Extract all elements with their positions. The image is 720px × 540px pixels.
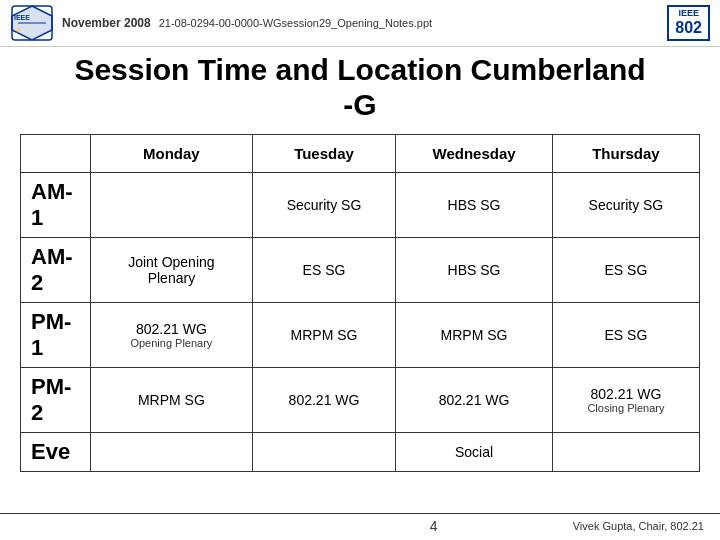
- cell-pm2-thursday: 802.21 WG Closing Plenary: [552, 367, 699, 432]
- footer-page-number: 4: [294, 518, 572, 534]
- table-row: PM-2 MRPM SG 802.21 WG 802.21 WG 802.21 …: [21, 367, 700, 432]
- footer: 4 Vivek Gupta, Chair, 802.21: [0, 513, 720, 534]
- cell-eve-monday: [91, 432, 253, 471]
- cell-am2-tuesday: ES SG: [252, 237, 395, 302]
- row-label-am2: AM-2: [21, 237, 91, 302]
- table-row: AM-1 Security SG HBS SG Security SG: [21, 172, 700, 237]
- cell-am1-tuesday: Security SG: [252, 172, 395, 237]
- cell-pm1-tuesday: MRPM SG: [252, 302, 395, 367]
- header-date: November 2008: [62, 16, 151, 30]
- row-label-am1: AM-1: [21, 172, 91, 237]
- cell-pm2-thursday-main: 802.21 WG: [561, 386, 691, 402]
- table-container: Monday Tuesday Wednesday Thursday AM-1 S…: [0, 126, 720, 472]
- cell-pm2-wednesday: 802.21 WG: [396, 367, 553, 432]
- header-right: IEEE 802: [667, 5, 710, 40]
- badge-number: 802: [675, 19, 702, 37]
- row-label-pm2: PM-2: [21, 367, 91, 432]
- row-label-eve: Eve: [21, 432, 91, 471]
- col-header-thursday: Thursday: [552, 134, 699, 172]
- cell-pm1-monday: 802.21 WG Opening Plenary: [91, 302, 253, 367]
- svg-text:IEEE: IEEE: [14, 14, 30, 21]
- cell-am2-thursday: ES SG: [552, 237, 699, 302]
- cell-am1-wednesday: HBS SG: [396, 172, 553, 237]
- subtitle: -G: [10, 88, 710, 122]
- header-left: IEEE ⚡ November 2008 21-08-0294-00-0000-…: [10, 4, 432, 42]
- cell-pm1-monday-sub: Opening Plenary: [99, 337, 244, 349]
- cell-pm1-monday-main: 802.21 WG: [99, 321, 244, 337]
- row-label-pm1: PM-1: [21, 302, 91, 367]
- col-header-wednesday: Wednesday: [396, 134, 553, 172]
- cell-pm2-tuesday: 802.21 WG: [252, 367, 395, 432]
- table-row: Eve Social: [21, 432, 700, 471]
- cell-pm1-thursday: ES SG: [552, 302, 699, 367]
- cell-am2-monday: Joint Opening Plenary: [91, 237, 253, 302]
- cell-eve-thursday: [552, 432, 699, 471]
- footer-credit: Vivek Gupta, Chair, 802.21: [573, 520, 704, 532]
- ieee-802-badge: IEEE 802: [667, 5, 710, 40]
- table-row: PM-1 802.21 WG Opening Plenary MRPM SG M…: [21, 302, 700, 367]
- cell-am1-thursday: Security SG: [552, 172, 699, 237]
- schedule-table: Monday Tuesday Wednesday Thursday AM-1 S…: [20, 134, 700, 472]
- col-header-monday: Monday: [91, 134, 253, 172]
- cell-eve-wednesday: Social: [396, 432, 553, 471]
- cell-eve-tuesday: [252, 432, 395, 471]
- cell-am2-monday-main: Joint Opening: [128, 254, 214, 270]
- cell-am2-wednesday: HBS SG: [396, 237, 553, 302]
- cell-pm2-monday: MRPM SG: [91, 367, 253, 432]
- cell-am2-monday-sub: Plenary: [148, 270, 195, 286]
- badge-ieee-label: IEEE: [678, 9, 699, 19]
- table-header-row: Monday Tuesday Wednesday Thursday: [21, 134, 700, 172]
- cell-pm2-thursday-sub: Closing Plenary: [561, 402, 691, 414]
- cell-am1-monday: [91, 172, 253, 237]
- svg-text:⚡: ⚡: [15, 27, 22, 34]
- col-header-tuesday: Tuesday: [252, 134, 395, 172]
- header-bar: IEEE ⚡ November 2008 21-08-0294-00-0000-…: [0, 0, 720, 47]
- ieee-logo-icon: IEEE ⚡: [10, 4, 54, 42]
- title-section: Session Time and Location Cumberland -G: [0, 47, 720, 126]
- col-header-empty: [21, 134, 91, 172]
- main-title: Session Time and Location Cumberland: [10, 53, 710, 88]
- cell-pm1-wednesday: MRPM SG: [396, 302, 553, 367]
- table-row: AM-2 Joint Opening Plenary ES SG HBS SG …: [21, 237, 700, 302]
- header-filename: 21-08-0294-00-0000-WGsession29_Opening_N…: [159, 17, 432, 29]
